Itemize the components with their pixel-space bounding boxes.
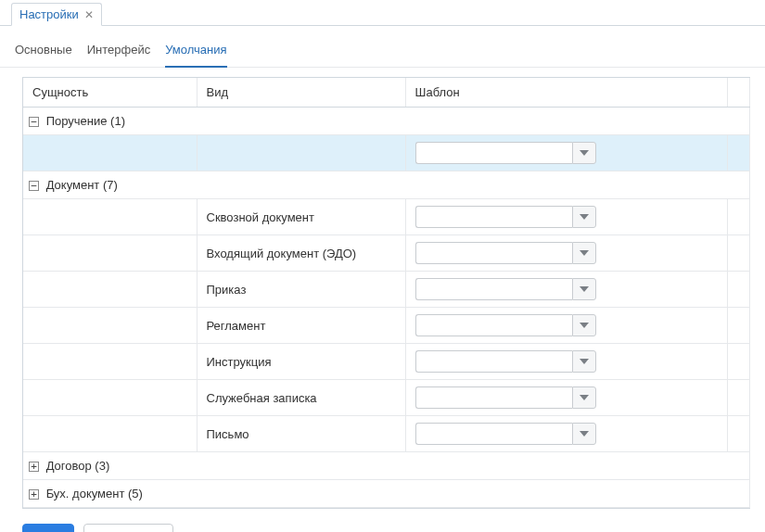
group-label: Бух. документ (5) [46, 487, 143, 500]
template-select-input[interactable] [415, 142, 572, 164]
ok-button[interactable]: ОК [22, 524, 74, 532]
chevron-down-icon[interactable] [572, 206, 596, 228]
group-row-contract[interactable]: + Договор (3) [23, 452, 750, 480]
table-row[interactable]: Сквозной документ [23, 199, 750, 235]
tab-interface[interactable]: Интерфейс [87, 37, 150, 68]
template-select[interactable] [415, 314, 596, 336]
table-row[interactable]: Инструкция [23, 344, 750, 380]
template-select-input[interactable] [415, 242, 572, 264]
chevron-down-icon[interactable] [572, 423, 596, 445]
kind-cell: Входящий документ (ЭДО) [197, 235, 405, 272]
kind-cell: Письмо [197, 416, 405, 452]
window-tab-label: Настройки [19, 7, 79, 21]
kind-cell: Регламент [197, 308, 405, 344]
column-header-entity[interactable]: Сущность [23, 78, 197, 108]
tab-basic[interactable]: Основные [15, 37, 72, 68]
template-select-input[interactable] [415, 278, 572, 300]
column-header-actions [728, 78, 750, 108]
chevron-down-icon[interactable] [572, 314, 596, 336]
collapse-icon[interactable]: − [29, 117, 39, 127]
template-select-input[interactable] [415, 386, 572, 409]
defaults-table-container: Сущность Вид Шаблон − Поручение (1) [22, 77, 750, 509]
table-row[interactable]: Письмо [23, 416, 750, 452]
table-header-row: Сущность Вид Шаблон [23, 78, 750, 108]
group-row-document[interactable]: − Документ (7) [23, 171, 750, 199]
template-select[interactable] [415, 278, 596, 300]
table-row[interactable]: Служебная записка [23, 380, 750, 416]
template-select-input[interactable] [415, 206, 572, 228]
column-header-kind[interactable]: Вид [197, 78, 405, 108]
template-select-input[interactable] [415, 423, 572, 445]
kind-cell: Инструкция [197, 344, 405, 380]
window-tab-settings[interactable]: Настройки ✕ [11, 3, 102, 26]
template-select[interactable] [415, 350, 596, 373]
tab-defaults[interactable]: Умолчания [165, 37, 226, 68]
expand-icon[interactable]: + [29, 489, 39, 500]
column-header-template[interactable]: Шаблон [405, 78, 728, 108]
table-row[interactable]: Приказ [23, 272, 750, 308]
close-icon[interactable]: ✕ [84, 9, 94, 20]
template-select-input[interactable] [415, 314, 572, 336]
kind-cell: Сквозной документ [197, 199, 405, 235]
chevron-down-icon[interactable] [572, 142, 596, 164]
chevron-down-icon[interactable] [572, 386, 596, 409]
kind-cell: Служебная записка [197, 380, 405, 416]
table-row[interactable] [23, 135, 750, 171]
kind-cell: Приказ [197, 272, 405, 308]
nav-tabs: Основные Интерфейс Умолчания [0, 26, 765, 68]
group-label: Поручение (1) [46, 114, 125, 128]
template-select[interactable] [415, 423, 596, 445]
collapse-icon[interactable]: − [29, 181, 39, 191]
group-label: Документ (7) [46, 178, 118, 192]
template-select[interactable] [415, 142, 596, 164]
defaults-table: Сущность Вид Шаблон − Поручение (1) [23, 78, 750, 508]
template-select[interactable] [415, 242, 596, 264]
chevron-down-icon[interactable] [572, 242, 596, 264]
window-tab-strip: Настройки ✕ [0, 0, 765, 26]
group-row-assignment[interactable]: − Поручение (1) [23, 108, 750, 135]
template-select[interactable] [415, 206, 596, 228]
chevron-down-icon[interactable] [572, 350, 596, 373]
group-label: Договор (3) [46, 459, 110, 473]
group-row-accounting[interactable]: + Бух. документ (5) [23, 480, 750, 508]
cancel-button[interactable]: Отменить [83, 524, 173, 532]
footer: ОК Отменить [0, 509, 765, 532]
table-row[interactable]: Регламент [23, 308, 750, 344]
table-row[interactable]: Входящий документ (ЭДО) [23, 235, 750, 272]
expand-icon[interactable]: + [29, 462, 39, 472]
chevron-down-icon[interactable] [572, 278, 596, 300]
template-select-input[interactable] [415, 350, 572, 373]
template-select[interactable] [415, 386, 596, 409]
